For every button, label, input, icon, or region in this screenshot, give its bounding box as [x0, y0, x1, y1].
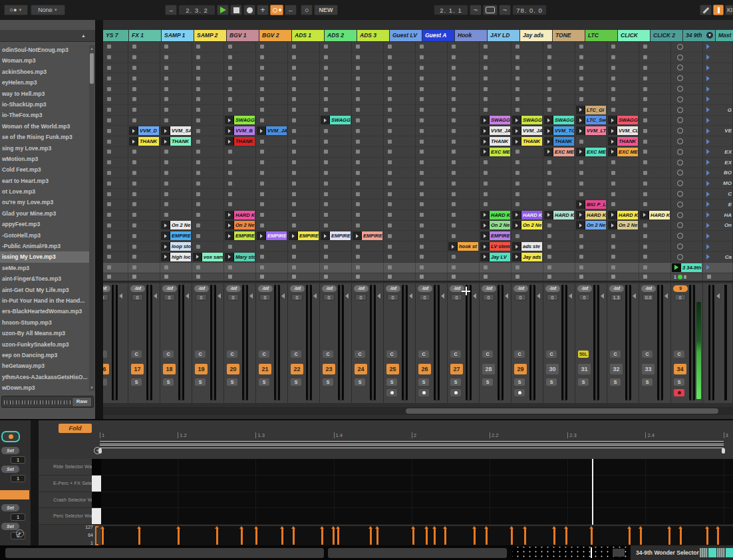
clip-stop-button[interactable] [107, 108, 111, 112]
clip-stop-button[interactable] [132, 192, 136, 196]
clip-stop-button[interactable] [132, 213, 136, 217]
clip-stop-button[interactable] [452, 87, 456, 91]
clip-launch-button[interactable] [576, 221, 585, 229]
stop-all-button[interactable] [547, 275, 551, 279]
clip-stop-button[interactable] [643, 66, 647, 70]
clip-stop-button[interactable] [579, 245, 583, 249]
clip-thank[interactable]: THANK [234, 137, 255, 146]
clip-ltc-sw[interactable]: LTC_Sw [585, 116, 606, 124]
clip-stop-button[interactable] [292, 213, 296, 217]
velocity-stem[interactable] [553, 527, 555, 545]
clip-stop-button[interactable] [643, 171, 647, 175]
group-slot-circle[interactable] [677, 117, 683, 123]
arrangement-position-display[interactable]: 2. 3. 2 [178, 5, 216, 15]
volume-fader[interactable] [561, 285, 567, 400]
clip-stop-button[interactable] [164, 192, 168, 196]
clip-stop-button[interactable] [228, 45, 232, 49]
solo-button[interactable]: S [163, 378, 174, 386]
velocity-stem[interactable] [668, 527, 670, 545]
clip-launch-button[interactable] [512, 211, 521, 219]
solo-button[interactable]: S [546, 378, 557, 386]
clip-vvm-tc[interactable]: VVM_TC [553, 126, 574, 135]
clip-stop-button[interactable] [388, 171, 392, 175]
clip-on-2-ne[interactable]: On 2 Ne [585, 221, 606, 229]
solo-button[interactable]: S [355, 378, 365, 386]
clip-stop-button[interactable] [547, 265, 551, 269]
clip-stop-button[interactable] [484, 45, 488, 49]
clip-exc-me[interactable]: EXC ME [553, 148, 574, 156]
volume-fader[interactable] [434, 285, 440, 400]
clip-stop-button[interactable] [132, 255, 136, 259]
clip-stop-button[interactable] [484, 160, 488, 164]
browser-scrollbar[interactable]: ▲ ▼ [89, 45, 94, 391]
clip-stop-button[interactable] [420, 234, 424, 238]
velocity-stem[interactable] [565, 527, 567, 545]
scene-launch-button[interactable] [706, 65, 710, 70]
clip-launch-button[interactable] [608, 211, 617, 219]
list-item[interactable]: issing My Love.mp3 [0, 251, 89, 262]
clip-stop-button[interactable] [132, 265, 136, 269]
list-item[interactable]: aint-Finger&Toes.mp3 [0, 273, 89, 284]
clip-stop-button[interactable] [515, 76, 519, 80]
clip-empire[interactable]: EMPIRE [266, 231, 287, 240]
list-item[interactable]: ackinShoes.mp3 [0, 67, 89, 77]
velocity-stem[interactable] [524, 527, 526, 545]
volume-value[interactable]: -Inf [290, 285, 305, 292]
group-slot-circle[interactable] [677, 202, 683, 208]
clip-stop-button[interactable] [611, 108, 615, 112]
clip-stop-button[interactable] [515, 97, 519, 101]
clip-stop-button[interactable] [292, 182, 296, 186]
clip-stop-button[interactable] [292, 118, 296, 122]
crossfade-button[interactable]: C [514, 350, 525, 358]
clip-stop-button[interactable] [452, 129, 456, 133]
volume-fader[interactable] [112, 285, 118, 400]
clip-vvm-ja[interactable]: VVM_JA [266, 126, 287, 135]
clip-launch-button[interactable] [257, 126, 266, 135]
crossfade-button[interactable]: C [259, 350, 269, 358]
list-item[interactable]: heGetaway.mp3 [0, 360, 89, 371]
clip-stop-button[interactable] [643, 202, 647, 206]
clip-thank[interactable]: THANK [170, 137, 191, 146]
track-activator-button[interactable]: 29 [514, 364, 527, 374]
clip-stop-button[interactable] [292, 76, 296, 80]
list-item[interactable]: Glad your Mine.mp3 [0, 208, 89, 219]
clip-stop-button[interactable] [356, 192, 360, 196]
clip-stop-button[interactable] [292, 55, 296, 59]
clip-stop-button[interactable] [611, 160, 615, 164]
clip-stop-button[interactable] [452, 192, 456, 196]
clip-stop-button[interactable] [420, 55, 424, 59]
crossfade-button[interactable]: C [386, 350, 397, 358]
track-header-samp-2[interactable]: SAMP 2 [194, 30, 226, 41]
volume-value[interactable]: -Inf [418, 285, 432, 292]
track-header-samp-1[interactable]: SAMP 1 [162, 30, 194, 41]
clip-stop-button[interactable] [196, 245, 200, 249]
group-slot-circle[interactable] [677, 44, 683, 50]
clip-launch-button[interactable] [512, 242, 521, 251]
clip-swagg[interactable]: SWAGG [330, 116, 351, 124]
clip-stop-button[interactable] [260, 150, 264, 154]
clip-stop-button[interactable] [388, 223, 392, 227]
clip-stop-button[interactable] [260, 255, 264, 259]
clip-vvm-cl[interactable]: VVM_CL [617, 126, 638, 135]
arm-record-button[interactable] [386, 389, 397, 396]
group-slot-circle[interactable] [677, 191, 683, 197]
clip-stop-button[interactable] [420, 140, 424, 144]
clip-lv-stem[interactable]: LV stem [490, 242, 510, 251]
clip-empire[interactable]: EMPIRE [234, 231, 255, 240]
clip-stop-button[interactable] [515, 150, 519, 154]
clip-stop-button[interactable] [611, 234, 615, 238]
stop-all-button[interactable] [132, 275, 136, 279]
clip-launch-button[interactable] [225, 137, 234, 146]
clip-jay-lv[interactable]: Jay LV [490, 253, 510, 261]
track-activator-button[interactable]: 16 [103, 364, 109, 374]
preview-play-icon[interactable]: ▸ [16, 529, 24, 537]
clip-stop-button[interactable] [228, 265, 232, 269]
velocity-stem[interactable] [216, 527, 218, 545]
clip-stop-button[interactable] [515, 55, 519, 59]
clip-stop-button[interactable] [547, 234, 551, 238]
clip-stop-button[interactable] [388, 255, 392, 259]
clip-launch-button[interactable] [225, 231, 234, 240]
clip-stop-button[interactable] [228, 150, 232, 154]
clip-stop-button[interactable] [107, 192, 111, 196]
piano-key-icon[interactable] [92, 492, 101, 508]
